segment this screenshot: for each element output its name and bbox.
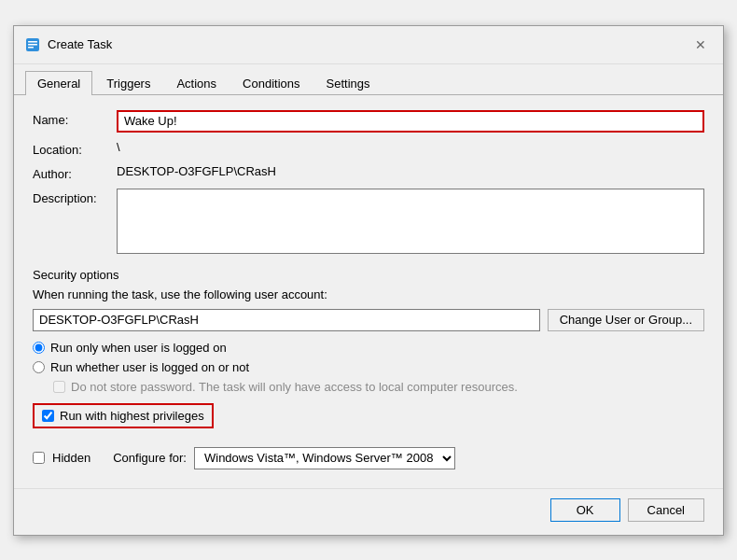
svg-rect-1 xyxy=(28,41,37,43)
radio-logged-on-or-not-row: Run whether user is logged on or not xyxy=(33,360,704,374)
dialog-title-icon xyxy=(25,37,40,52)
footer-row: Hidden Configure for: Windows Vista™, Wi… xyxy=(33,440,704,469)
configure-for-label: Configure for: xyxy=(113,451,187,465)
run-highest-container: Run with highest privileges xyxy=(33,403,704,428)
description-row: Description: xyxy=(33,189,704,257)
run-highest-highlight-box: Run with highest privileges xyxy=(33,403,214,428)
do-not-store-checkbox[interactable] xyxy=(53,381,65,393)
tab-actions[interactable]: Actions xyxy=(164,71,229,95)
do-not-store-row: Do not store password. The task will onl… xyxy=(53,380,704,394)
security-section-label: Security options xyxy=(33,268,704,282)
hidden-label[interactable]: Hidden xyxy=(52,451,90,465)
ok-button[interactable]: OK xyxy=(550,498,620,522)
radio-logged-on[interactable] xyxy=(33,342,45,354)
author-value: DESKTOP-O3FGFLP\CRasH xyxy=(117,161,276,181)
description-textarea[interactable] xyxy=(117,189,704,254)
do-not-store-label: Do not store password. The task will onl… xyxy=(71,380,518,394)
tab-conditions[interactable]: Conditions xyxy=(230,71,312,95)
tab-settings[interactable]: Settings xyxy=(314,71,382,95)
title-bar: Create Task ✕ xyxy=(14,26,723,64)
title-bar-left: Create Task xyxy=(25,37,112,52)
svg-rect-3 xyxy=(28,47,34,49)
configure-for-select[interactable]: Windows Vista™, Windows Server™ 2008 Win… xyxy=(194,447,455,469)
description-label: Description: xyxy=(33,189,117,205)
close-button[interactable]: ✕ xyxy=(689,34,712,56)
dialog-buttons: OK Cancel xyxy=(14,488,723,535)
run-highest-label[interactable]: Run with highest privileges xyxy=(60,409,204,423)
dialog-title: Create Task xyxy=(48,37,112,51)
name-label: Name: xyxy=(33,110,117,127)
tab-triggers[interactable]: Triggers xyxy=(94,71,162,95)
author-field: DESKTOP-O3FGFLP\CRasH xyxy=(117,164,704,178)
run-highest-checkbox[interactable] xyxy=(42,410,54,422)
tab-general[interactable]: General xyxy=(25,71,92,95)
location-label: Location: xyxy=(33,140,117,157)
dialog-content: Name: Location: \ Author: DESKTOP-O3FGFL… xyxy=(14,95,723,484)
author-label: Author: xyxy=(33,164,117,181)
radio-logged-on-or-not[interactable] xyxy=(33,361,45,373)
name-input[interactable] xyxy=(117,110,704,133)
author-row: Author: DESKTOP-O3FGFLP\CRasH xyxy=(33,164,704,181)
hidden-checkbox[interactable] xyxy=(33,452,45,464)
name-row: Name: xyxy=(33,110,704,133)
location-row: Location: \ xyxy=(33,140,704,157)
create-task-dialog: Create Task ✕ General Triggers Actions C… xyxy=(13,25,724,536)
name-field xyxy=(117,110,704,133)
radio-logged-on-or-not-label[interactable]: Run whether user is logged on or not xyxy=(50,360,249,374)
description-field xyxy=(117,189,704,257)
user-account-row: Change User or Group... xyxy=(33,309,704,331)
cancel-button[interactable]: Cancel xyxy=(628,498,704,522)
when-running-text: When running the task, use the following… xyxy=(33,287,704,301)
tab-bar: General Triggers Actions Conditions Sett… xyxy=(14,64,723,95)
radio-logged-on-row: Run only when user is logged on xyxy=(33,341,704,355)
location-field: \ xyxy=(117,140,704,154)
change-user-button[interactable]: Change User or Group... xyxy=(548,309,704,331)
radio-logged-on-label[interactable]: Run only when user is logged on xyxy=(50,341,227,355)
user-account-input[interactable] xyxy=(33,309,540,331)
location-value: \ xyxy=(117,137,120,157)
svg-rect-2 xyxy=(28,44,37,46)
